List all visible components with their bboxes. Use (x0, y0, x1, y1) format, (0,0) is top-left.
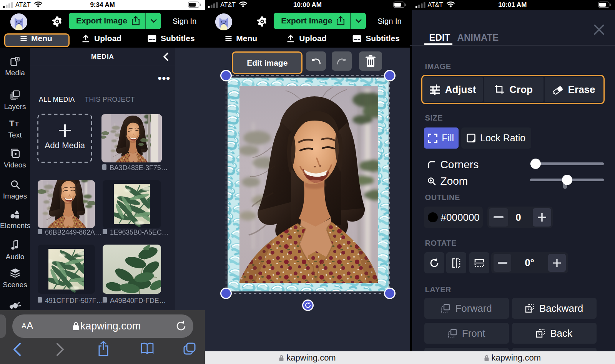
svg-text:T: T (15, 121, 19, 127)
svg-text:T: T (9, 119, 15, 128)
